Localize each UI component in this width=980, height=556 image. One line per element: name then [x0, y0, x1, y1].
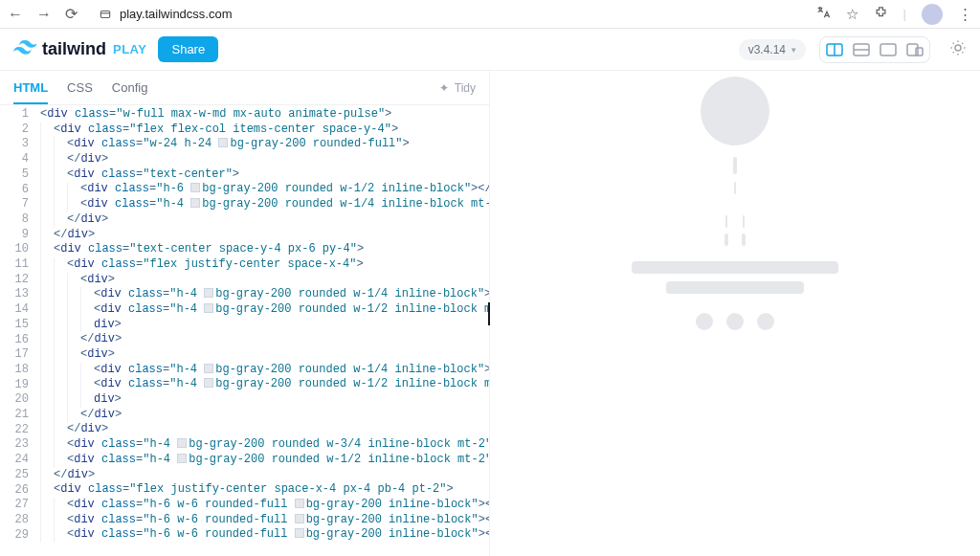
layout-preview-only[interactable] [877, 40, 900, 59]
star-icon[interactable]: ☆ [846, 6, 858, 23]
skeleton-text-line [666, 281, 804, 294]
version-selector[interactable]: v3.4.14 ▾ [739, 39, 806, 60]
layout-split-vertical[interactable] [823, 40, 846, 59]
skeleton-avatar [701, 77, 769, 145]
profile-avatar[interactable] [922, 4, 943, 25]
extensions-icon[interactable] [874, 6, 888, 23]
header-right: v3.4.14 ▾ [739, 36, 967, 63]
version-label: v3.4.14 [748, 43, 786, 56]
skeleton-stat-value [742, 234, 746, 246]
sparkle-icon: ✦ [439, 81, 449, 95]
tab-html[interactable]: HTML [13, 73, 48, 104]
skeleton-subtitle [734, 182, 736, 194]
reload-button[interactable]: ⟳ [65, 7, 78, 22]
editor-tabs: HTML CSS Config ✦ Tidy [0, 71, 489, 105]
browser-actions: ☆ | ⋮ [815, 4, 972, 25]
tab-css[interactable]: CSS [67, 73, 93, 102]
skeleton-social-dots [696, 313, 774, 330]
layout-split-horizontal[interactable] [850, 40, 873, 59]
skeleton-stat-label [725, 215, 727, 228]
layout-responsive[interactable] [903, 40, 926, 59]
back-button[interactable]: ← [8, 7, 23, 22]
logo-icon [13, 39, 36, 59]
app-header: tailwindPLAY Share v3.4.14 ▾ [0, 29, 980, 71]
logo[interactable]: tailwindPLAY [13, 39, 146, 59]
logo-play-text: PLAY [113, 42, 146, 56]
svg-rect-6 [880, 44, 896, 56]
skeleton-dot [726, 313, 744, 330]
translate-icon[interactable] [815, 5, 831, 23]
forward-button[interactable]: → [36, 7, 52, 22]
url-text: play.tailwindcss.com [120, 7, 233, 21]
code-content[interactable]: <div class="w-full max-w-md mx-auto anim… [38, 105, 489, 556]
url-bar[interactable]: play.tailwindcss.com [99, 7, 233, 21]
svg-rect-0 [100, 11, 109, 17]
theme-toggle-icon[interactable] [949, 39, 967, 59]
code-editor[interactable]: 1234567891011121314151617181920212223242… [0, 105, 489, 556]
nav-buttons: ← → ⟳ [8, 7, 78, 22]
skeleton-text-line [632, 261, 838, 274]
tab-config[interactable]: Config [112, 73, 148, 102]
skeleton-dot [757, 313, 774, 330]
browser-toolbar: ← → ⟳ play.tailwindcss.com ☆ | ⋮ [0, 0, 980, 29]
workspace: HTML CSS Config ✦ Tidy 12345678910111213… [0, 71, 980, 556]
skeleton-title [733, 157, 737, 174]
skeleton-stat-value [724, 234, 728, 246]
site-settings-icon [99, 8, 112, 21]
svg-point-9 [955, 45, 961, 51]
editor-pane: HTML CSS Config ✦ Tidy 12345678910111213… [0, 71, 490, 556]
skeleton-dot [696, 313, 713, 330]
layout-toggles [819, 36, 930, 63]
line-number-gutter: 1234567891011121314151617181920212223242… [0, 105, 38, 556]
logo-text: tailwind [42, 39, 106, 59]
skeleton-stat-label [743, 215, 745, 228]
chevron-down-icon: ▾ [791, 45, 796, 55]
share-button[interactable]: Share [158, 36, 218, 62]
tidy-button[interactable]: ✦ Tidy [439, 81, 476, 95]
pane-resize-handle[interactable] [488, 302, 490, 325]
preview-pane [490, 71, 980, 556]
menu-icon[interactable]: ⋮ [958, 6, 972, 23]
